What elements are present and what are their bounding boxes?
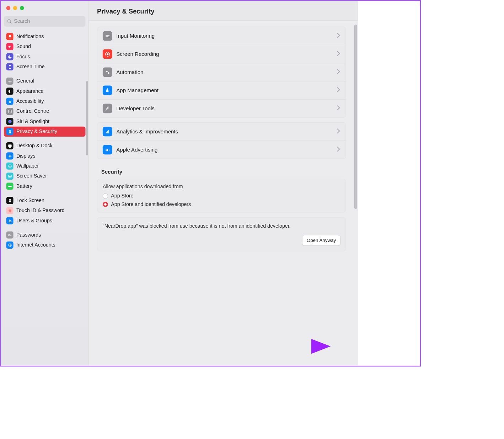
sidebar-item-label: Privacy & Security <box>16 129 57 135</box>
sidebar-item-accessibility[interactable]: Accessibility <box>4 96 86 106</box>
sidebar-item-label: Notifications <box>16 33 44 39</box>
main-scrollbar[interactable] <box>354 25 357 209</box>
chevron-right-icon <box>337 105 341 112</box>
radio-app-store[interactable]: App Store <box>97 192 346 200</box>
row-app-management[interactable]: App Management <box>97 81 346 99</box>
svg-point-11 <box>9 155 10 157</box>
sidebar-item-privacy[interactable]: Privacy & Security <box>4 127 86 137</box>
sidebar-item-label: Control Centre <box>16 109 49 115</box>
chevron-right-icon <box>337 33 341 39</box>
sidebar-item-label: Appearance <box>16 88 44 94</box>
svg-rect-17 <box>9 200 11 202</box>
siri-icon <box>6 118 14 125</box>
row-label: Screen Recording <box>116 51 333 57</box>
sidebar-item-label: Displays <box>16 153 36 159</box>
privacy-list-2: Analytics & ImprovementsApple Advertisin… <box>97 122 346 159</box>
svg-point-7 <box>10 112 11 112</box>
close-window-button[interactable] <box>6 6 11 10</box>
apple-ads-icon <box>103 145 112 154</box>
row-label: Analytics & Improvements <box>116 128 333 135</box>
main-panel: Privacy & Security Input MonitoringScree… <box>89 1 358 366</box>
sidebar-item-wallpaper[interactable]: Wallpaper <box>4 161 86 171</box>
search-icon <box>7 19 12 24</box>
sidebar-item-passwords[interactable]: Passwords <box>4 230 86 240</box>
chevron-right-icon <box>337 69 341 75</box>
row-label: Input Monitoring <box>116 33 333 39</box>
sidebar-list: NotificationsSoundFocusScreen TimeGenera… <box>1 30 89 366</box>
battery-icon <box>6 183 14 190</box>
svg-point-22 <box>9 245 10 246</box>
displays-icon <box>6 152 14 159</box>
svg-rect-29 <box>106 132 107 133</box>
search-placeholder: Search <box>14 18 30 25</box>
sidebar-scrollbar[interactable] <box>86 81 88 155</box>
sidebar-item-desktop-dock[interactable]: Desktop & Dock <box>4 141 86 151</box>
page-title: Privacy & Security <box>89 1 358 21</box>
sidebar-item-label: Accessibility <box>16 98 44 104</box>
sidebar-item-displays[interactable]: Displays <box>4 151 86 161</box>
svg-point-18 <box>9 219 10 221</box>
sidebar-item-lock-screen[interactable]: Lock Screen <box>4 195 86 205</box>
sidebar-item-appearance[interactable]: Appearance <box>4 86 86 96</box>
appearance-icon <box>6 88 14 95</box>
row-automation[interactable]: Automation <box>97 63 346 81</box>
svg-point-24 <box>108 36 109 38</box>
svg-line-1 <box>10 22 12 23</box>
svg-point-20 <box>8 234 10 236</box>
sidebar-item-screen-saver[interactable]: Screen Saver <box>4 171 86 181</box>
row-analytics[interactable]: Analytics & Improvements <box>97 123 346 141</box>
radio-label: App Store <box>111 193 133 199</box>
blocked-app-card: “NearDrop.app” was blocked from use beca… <box>97 217 346 251</box>
sidebar-item-touch-id[interactable]: Touch ID & Password <box>4 206 86 216</box>
developer-tools-icon <box>103 104 112 113</box>
lock-screen-icon <box>6 197 14 204</box>
sidebar-item-notifications[interactable]: Notifications <box>4 32 86 42</box>
svg-rect-30 <box>107 131 108 133</box>
svg-point-19 <box>10 220 11 221</box>
sidebar-item-label: Touch ID & Password <box>16 208 65 214</box>
sidebar-item-control-centre[interactable]: Control Centre <box>4 106 86 116</box>
sidebar-item-label: Internet Accounts <box>16 242 55 248</box>
open-anyway-button[interactable]: Open Anyway <box>302 235 340 245</box>
sidebar-item-siri[interactable]: Siri & Spotlight <box>4 116 86 126</box>
sidebar-item-label: Battery <box>16 183 32 189</box>
radio-label: App Store and identified developers <box>111 201 191 207</box>
allow-apps-card: Allow applications downloaded from App S… <box>97 179 346 212</box>
row-developer-tools[interactable]: Developer Tools <box>97 99 346 117</box>
analytics-icon <box>103 127 112 137</box>
sidebar-item-battery[interactable]: Battery <box>4 181 86 191</box>
sidebar-item-sound[interactable]: Sound <box>4 42 86 52</box>
notifications-icon <box>6 33 14 40</box>
sidebar-item-focus[interactable]: Focus <box>4 52 86 62</box>
svg-point-2 <box>9 80 10 81</box>
row-label: App Management <box>116 87 333 94</box>
sidebar-item-internet-accounts[interactable]: Internet Accounts <box>4 240 86 250</box>
radio-identified[interactable]: App Store and identified developers <box>97 200 346 212</box>
sidebar-item-screen-time[interactable]: Screen Time <box>4 62 86 72</box>
blocked-app-message: “NearDrop.app” was blocked from use beca… <box>97 217 346 230</box>
svg-point-8 <box>8 120 11 123</box>
chevron-right-icon <box>337 51 341 57</box>
users-groups-icon <box>6 217 14 224</box>
svg-rect-10 <box>9 147 11 148</box>
sidebar-item-label: Desktop & Dock <box>16 143 53 149</box>
screen-recording-icon <box>103 49 112 59</box>
svg-point-6 <box>9 111 10 111</box>
desktop-dock-icon <box>6 142 14 149</box>
zoom-window-button[interactable] <box>20 6 24 10</box>
sidebar-item-general[interactable]: General <box>4 76 86 86</box>
annotation-arrow-icon <box>255 333 332 360</box>
sidebar-item-label: Sound <box>16 44 31 50</box>
search-input[interactable]: Search <box>4 16 86 27</box>
allow-apps-title: Allow applications downloaded from <box>97 179 346 192</box>
row-input-monitoring[interactable]: Input Monitoring <box>97 27 346 45</box>
general-icon <box>6 78 14 85</box>
row-apple-ads[interactable]: Apple Advertising <box>97 141 346 159</box>
sidebar-item-users-groups[interactable]: Users & Groups <box>4 216 86 226</box>
window-controls <box>1 1 89 10</box>
svg-rect-16 <box>11 186 12 187</box>
svg-point-26 <box>107 53 108 55</box>
minimize-window-button[interactable] <box>13 6 17 10</box>
row-screen-recording[interactable]: Screen Recording <box>97 45 346 63</box>
sidebar-item-label: General <box>16 78 34 84</box>
